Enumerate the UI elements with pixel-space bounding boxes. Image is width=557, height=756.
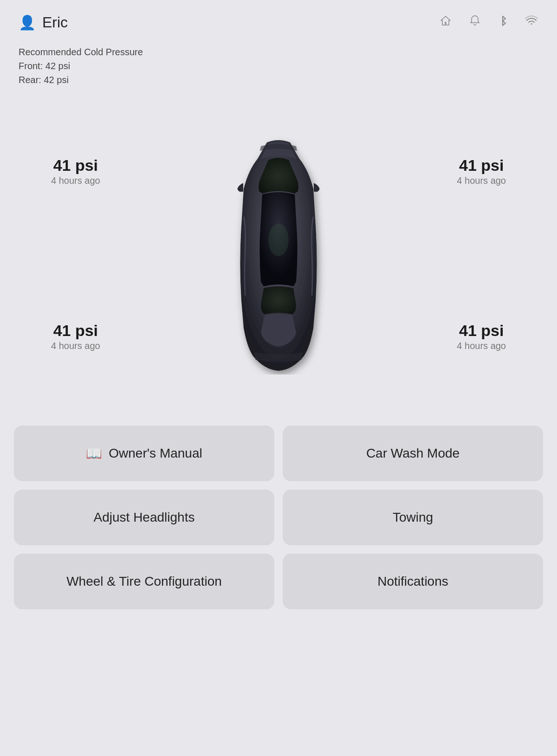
home-icon[interactable]: [439, 14, 452, 31]
header: 👤 Eric: [0, 0, 557, 40]
header-left: 👤 Eric: [19, 14, 68, 31]
tire-rl-value: 41 psi: [51, 322, 100, 340]
notifications-button[interactable]: Notifications: [283, 554, 543, 609]
user-name: Eric: [42, 14, 68, 31]
pressure-info: Recommended Cold Pressure Front: 42 psi …: [0, 40, 557, 87]
buttons-grid: 📖 Owner's Manual Car Wash Mode Adjust He…: [0, 416, 557, 623]
car-diagram: 41 psi 4 hours ago 41 psi 4 hours ago 41…: [0, 91, 557, 416]
car-wash-mode-button[interactable]: Car Wash Mode: [283, 426, 543, 481]
tire-front-left: 41 psi 4 hours ago: [51, 156, 100, 186]
wheel-tire-config-label: Wheel & Tire Configuration: [66, 574, 222, 589]
tire-fl-value: 41 psi: [51, 156, 100, 174]
tire-fr-value: 41 psi: [457, 156, 506, 174]
book-icon: 📖: [86, 446, 102, 461]
owners-manual-button[interactable]: 📖 Owner's Manual: [14, 426, 274, 481]
adjust-headlights-button[interactable]: Adjust Headlights: [14, 490, 274, 545]
tire-front-right: 41 psi 4 hours ago: [457, 156, 506, 186]
car-image: [209, 119, 348, 388]
tire-rear-right: 41 psi 4 hours ago: [457, 322, 506, 351]
wifi-icon[interactable]: [525, 15, 538, 30]
tire-rr-time: 4 hours ago: [457, 341, 506, 351]
pressure-front: Front: 42 psi: [19, 59, 538, 73]
pressure-label: Recommended Cold Pressure: [19, 45, 538, 59]
notifications-label: Notifications: [377, 574, 448, 589]
towing-label: Towing: [393, 510, 433, 525]
tire-rl-time: 4 hours ago: [51, 341, 100, 351]
svg-point-0: [268, 224, 289, 256]
tire-fr-time: 4 hours ago: [457, 175, 506, 186]
owners-manual-label: Owner's Manual: [109, 446, 202, 461]
tire-rr-value: 41 psi: [457, 322, 506, 340]
tire-rear-left: 41 psi 4 hours ago: [51, 322, 100, 351]
wheel-tire-config-button[interactable]: Wheel & Tire Configuration: [14, 554, 274, 609]
adjust-headlights-label: Adjust Headlights: [94, 510, 195, 525]
pressure-rear: Rear: 42 psi: [19, 73, 538, 87]
tire-fl-time: 4 hours ago: [51, 175, 100, 186]
user-icon: 👤: [19, 14, 36, 31]
header-right: [439, 14, 538, 31]
car-wash-mode-label: Car Wash Mode: [366, 446, 460, 461]
bluetooth-icon[interactable]: [498, 14, 508, 31]
towing-button[interactable]: Towing: [283, 490, 543, 545]
bell-icon[interactable]: [469, 14, 481, 31]
